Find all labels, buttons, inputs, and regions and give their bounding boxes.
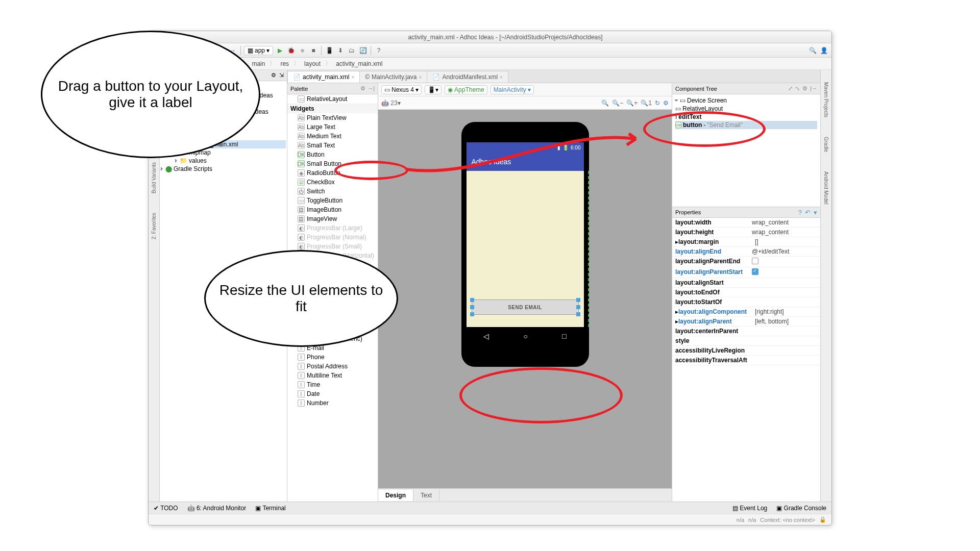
footer-android-monitor[interactable]: 🤖 6: Android Monitor: [187, 505, 247, 512]
help-icon[interactable]: ?: [798, 209, 802, 216]
refresh-icon[interactable]: ↻: [655, 99, 660, 107]
zoom-actual-icon[interactable]: 🔍1: [641, 99, 652, 107]
checkbox-unchecked[interactable]: [752, 258, 758, 264]
prop-layout-height[interactable]: layout:heightwrap_content: [672, 228, 820, 237]
palette-medium-text[interactable]: AbMedium Text: [287, 132, 378, 141]
palette-relativelayout[interactable]: ▭RelativeLayout: [287, 94, 378, 104]
palette-tf-time[interactable]: ITime: [287, 380, 378, 389]
recent-icon[interactable]: □: [562, 332, 566, 340]
prop-acc-trav[interactable]: accessibilityTraversalAft: [672, 356, 820, 365]
tree-gradle-scripts[interactable]: ⬤ Gradle Scripts: [161, 165, 286, 173]
resize-handle[interactable]: [576, 312, 580, 316]
user-icon[interactable]: 👤: [819, 46, 828, 55]
palette-group-widgets[interactable]: Widgets: [287, 104, 378, 113]
tab-text[interactable]: Text: [413, 490, 439, 501]
filter-icon[interactable]: ▾: [814, 209, 817, 216]
gutter-build-variants[interactable]: Build Variants: [150, 160, 158, 195]
palette-togglebutton[interactable]: ▭ToggleButton: [287, 196, 378, 205]
zoom-in-icon[interactable]: 🔍+: [626, 99, 638, 107]
close-icon[interactable]: ×: [351, 74, 354, 80]
project-structure-icon[interactable]: 🗂: [347, 46, 356, 55]
zoom-fit-icon[interactable]: 🔍: [601, 99, 609, 107]
palette-tf-date[interactable]: IDate: [287, 389, 378, 398]
checkbox-checked[interactable]: [752, 268, 758, 275]
device-picker[interactable]: ▭ Nexus 4▾: [381, 85, 422, 94]
prop-tostartof[interactable]: layout:toStartOf: [672, 297, 820, 307]
gear-icon[interactable]: ⚙: [360, 85, 365, 92]
footer-terminal[interactable]: ▣ Terminal: [255, 505, 285, 512]
palette-switch[interactable]: ⏻Switch: [287, 187, 378, 196]
palette-imagebutton[interactable]: 🖼ImageButton: [287, 205, 378, 214]
gutter-gradle[interactable]: Gradle: [822, 135, 830, 154]
resize-handle[interactable]: [470, 298, 474, 302]
settings-icon[interactable]: ⚙: [663, 99, 669, 107]
properties-table[interactable]: layout:widthwrap_content layout:heightwr…: [672, 218, 820, 502]
tab-activity-main[interactable]: 📄activity_main.xml×: [287, 71, 360, 83]
gear-icon[interactable]: ⚙: [802, 85, 807, 92]
expand-icon[interactable]: ⤢: [788, 85, 793, 92]
hide-icon[interactable]: |→: [810, 85, 817, 92]
prop-aligncomponent[interactable]: ▸ layout:alignComponent[right:right]: [672, 307, 820, 317]
footer-gradle-console[interactable]: ▣ Gradle Console: [776, 505, 826, 512]
tab-mainactivity-java[interactable]: ©MainActivity.java×: [359, 71, 427, 83]
prop-alignstart[interactable]: layout:alignStart: [672, 278, 820, 288]
debug-icon[interactable]: 🐞: [286, 46, 296, 55]
home-icon[interactable]: ○: [524, 332, 528, 340]
tree-values[interactable]: 📁values: [161, 157, 286, 165]
prop-layout-margin[interactable]: ▸ layout:margin[]: [672, 237, 820, 247]
status-context[interactable]: Context: <no context>: [760, 517, 815, 523]
sync-icon[interactable]: 🔄: [358, 46, 368, 55]
collapse-icon[interactable]: ⇲: [279, 72, 284, 79]
prop-toendof[interactable]: layout:toEndOf: [672, 288, 820, 297]
palette-large-text[interactable]: AbLarge Text: [287, 122, 378, 132]
gutter-favorites[interactable]: 2: Favorites: [150, 211, 158, 241]
prop-acc-live[interactable]: accessibilityLiveRegion: [672, 346, 820, 356]
palette-tf-phone[interactable]: IPhone: [287, 353, 378, 362]
crumb-res[interactable]: res: [278, 60, 291, 68]
tab-design[interactable]: Design: [378, 490, 413, 501]
prop-style[interactable]: style: [672, 336, 820, 346]
avd-icon[interactable]: 📱: [325, 46, 334, 55]
palette-progress-large[interactable]: ◐ProgressBar (Large): [287, 223, 378, 233]
prop-layout-width[interactable]: layout:widthwrap_content: [672, 218, 820, 228]
stop-icon[interactable]: ■: [309, 46, 318, 55]
gutter-maven[interactable]: Maven Projects: [822, 80, 830, 119]
search-icon[interactable]: 🔍: [808, 46, 817, 55]
attach-icon[interactable]: ⎆: [298, 46, 307, 55]
palette-tf-number[interactable]: INumber: [287, 398, 378, 408]
palette-small-text[interactable]: AbSmall Text: [287, 141, 378, 150]
palette-imageview[interactable]: 🖼ImageView: [287, 214, 378, 223]
run-icon[interactable]: ▶: [275, 46, 284, 55]
palette-button[interactable]: OKButton: [287, 150, 378, 159]
orientation-picker[interactable]: 📱▾: [425, 85, 442, 94]
run-config-select[interactable]: ▦ app ▾: [244, 46, 273, 55]
crumb-main[interactable]: main: [249, 60, 267, 68]
crumb-file[interactable]: activity_main.xml: [333, 60, 385, 68]
undo-icon[interactable]: ↶: [805, 209, 811, 216]
collapse-icon[interactable]: ⤡: [795, 85, 800, 92]
api-picker[interactable]: 🤖 23▾: [381, 99, 401, 107]
ct-device-screen[interactable]: ▭Device Screen: [675, 96, 817, 105]
sdk-icon[interactable]: ⬇: [336, 46, 345, 55]
send-email-button[interactable]: SEND EMAIL: [472, 299, 579, 315]
back-icon[interactable]: ◁: [483, 332, 489, 340]
prop-alignparentend[interactable]: layout:alignParentEnd: [672, 257, 820, 267]
palette-tf-postal[interactable]: IPostal Address: [287, 362, 378, 371]
theme-picker[interactable]: ◉ AppTheme: [445, 85, 487, 94]
crumb-layout[interactable]: layout: [302, 60, 323, 68]
tab-manifest[interactable]: 📄AndroidManifest.xml×: [427, 71, 508, 83]
palette-progress-normal[interactable]: ◐ProgressBar (Normal): [287, 233, 378, 242]
gutter-android-model[interactable]: Android Model: [822, 169, 830, 206]
prop-centerinparent[interactable]: layout:centerInParent: [672, 327, 820, 336]
resize-handle[interactable]: [576, 298, 580, 302]
close-icon[interactable]: ×: [419, 74, 422, 80]
resize-handle[interactable]: [576, 305, 580, 309]
palette-plain-textview[interactable]: AbPlain TextView: [287, 113, 378, 122]
activity-picker[interactable]: MainActivity▾: [491, 85, 534, 94]
prop-alignparentstart[interactable]: layout:alignParentStart: [672, 267, 820, 278]
gear-icon[interactable]: ⚙: [271, 72, 276, 79]
palette-tf-multiline[interactable]: IMultiline Text: [287, 371, 378, 380]
collapse-icon[interactable]: →|: [368, 85, 375, 92]
footer-todo[interactable]: ✔ TODO: [154, 505, 178, 512]
prop-alignparent[interactable]: ▸ layout:alignParent[left, bottom]: [672, 317, 820, 327]
